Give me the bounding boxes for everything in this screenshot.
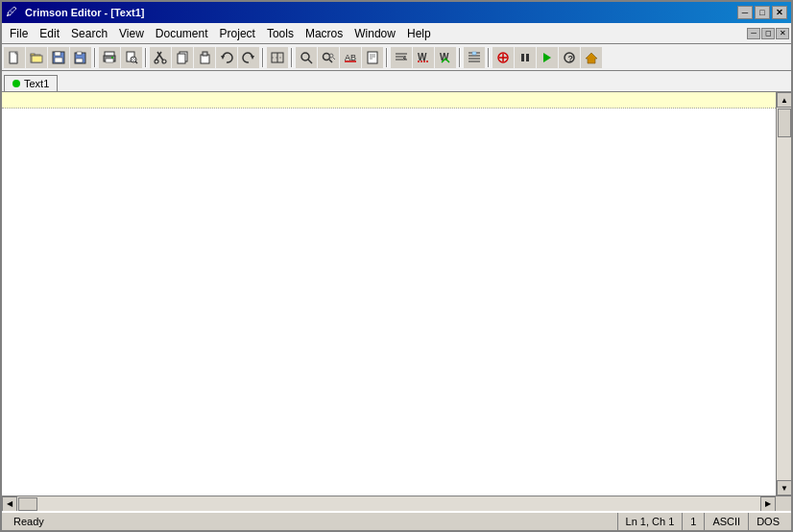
status-line-text: Ln 1, Ch 1 — [626, 516, 675, 527]
toolbar-sep-3 — [262, 48, 264, 67]
content-wrapper: ▲ ▼ — [2, 92, 791, 496]
svg-text:?: ? — [568, 54, 574, 63]
svg-marker-65 — [586, 53, 597, 63]
svg-rect-8 — [55, 58, 62, 62]
menu-macros[interactable]: Macros — [300, 25, 348, 42]
svg-marker-62 — [543, 53, 551, 62]
main-window: 🖊 Crimson Editor - [Text1] ─ □ ✕ File Ed… — [0, 0, 793, 532]
highlighted-line — [2, 92, 776, 109]
toolbar-undo-btn[interactable] — [216, 47, 237, 68]
svg-rect-5 — [32, 56, 42, 62]
toolbar-redo-btn[interactable] — [238, 47, 259, 68]
toolbar-findall-btn[interactable] — [318, 47, 339, 68]
toolbar-spellcheck-btn[interactable]: W — [413, 47, 434, 68]
menu-search[interactable]: Search — [65, 25, 113, 42]
toolbar-column-btn[interactable] — [267, 47, 288, 68]
menu-document[interactable]: Document — [150, 25, 214, 42]
toolbar-sep-1 — [94, 48, 96, 67]
toolbar-paste-btn[interactable] — [194, 47, 215, 68]
inner-close-button[interactable]: ✕ — [776, 28, 789, 39]
toolbar-wordwrap-btn[interactable] — [391, 47, 412, 68]
title-bar: 🖊 Crimson Editor - [Text1] ─ □ ✕ — [2, 2, 791, 23]
toolbar-new-btn[interactable] — [4, 47, 25, 68]
scrollbar-v-track[interactable] — [777, 108, 791, 480]
tab-dot — [12, 80, 20, 87]
menu-tools[interactable]: Tools — [261, 25, 300, 42]
menu-bar: File Edit Search View Document Project T… — [2, 23, 791, 44]
title-controls: ─ □ ✕ — [737, 6, 787, 19]
size-grip — [776, 496, 791, 512]
menu-help[interactable]: Help — [401, 25, 437, 42]
toolbar-sep-5 — [386, 48, 388, 67]
toolbar-bookmark-btn[interactable] — [493, 47, 514, 68]
toolbar-printpreview-btn[interactable] — [121, 47, 142, 68]
menu-file[interactable]: File — [4, 25, 34, 42]
toolbar-sep-6 — [459, 48, 461, 67]
minimize-button[interactable]: ─ — [737, 6, 753, 19]
toolbar-print-btn[interactable] — [99, 47, 120, 68]
svg-rect-42 — [368, 52, 377, 63]
scrollbar-h-thumb[interactable] — [18, 497, 37, 511]
svg-point-15 — [111, 57, 113, 59]
toolbar-find-btn[interactable] — [296, 47, 317, 68]
toolbar-spellcheck2-btn[interactable]: W — [435, 47, 456, 68]
toolbar-saveall-btn[interactable] — [70, 47, 91, 68]
scrollbar-v-thumb[interactable] — [778, 109, 791, 137]
status-num: 1 — [683, 513, 705, 530]
status-encoding-text: ASCII — [712, 516, 740, 527]
scrollbar-right-btn[interactable]: ▶ — [760, 496, 776, 512]
svg-rect-56 — [472, 52, 476, 55]
svg-marker-30 — [251, 56, 254, 60]
toolbar-save-btn[interactable] — [48, 47, 69, 68]
tab-text1[interactable]: Text1 — [4, 75, 58, 91]
svg-marker-29 — [221, 56, 225, 60]
app-icon: 🖊 — [6, 5, 21, 20]
status-encoding: ASCII — [705, 513, 749, 530]
maximize-button[interactable]: □ — [755, 6, 770, 19]
toolbar-copy-btn[interactable] — [172, 47, 193, 68]
status-ready: Ready — [6, 513, 618, 530]
toolbar-sep-2 — [145, 48, 147, 67]
close-button[interactable]: ✕ — [772, 6, 787, 19]
toolbar-help-btn[interactable]: ? — [559, 47, 580, 68]
svg-rect-10 — [76, 59, 83, 62]
toolbar-list-btn[interactable] — [464, 47, 485, 68]
status-line: Ln 1, Ch 1 — [618, 513, 684, 530]
svg-line-37 — [329, 60, 332, 62]
toolbar-sep-7 — [488, 48, 490, 67]
inner-minimize-button[interactable]: ─ — [747, 28, 760, 39]
scrollbar-horizontal: ◀ ▶ — [2, 496, 776, 511]
inner-restore-button[interactable]: ◻ — [761, 28, 775, 39]
scrollbar-left-btn[interactable]: ◀ — [2, 496, 17, 512]
svg-rect-7 — [55, 52, 60, 56]
editor-area[interactable] — [2, 92, 776, 496]
tab-label: Text1 — [24, 78, 49, 89]
svg-rect-28 — [204, 53, 206, 55]
scrollbar-up-btn[interactable]: ▲ — [777, 92, 791, 108]
toolbar-play-btn[interactable] — [537, 47, 558, 68]
toolbar-cut-btn[interactable] — [150, 47, 171, 68]
menu-edit[interactable]: Edit — [34, 25, 65, 42]
toolbar-pause-btn[interactable] — [515, 47, 536, 68]
svg-rect-11 — [77, 52, 82, 55]
toolbar-gotomark-btn[interactable] — [362, 47, 383, 68]
status-line-ending: DOS — [749, 513, 787, 530]
status-line-ending-text: DOS — [757, 516, 780, 527]
svg-point-36 — [324, 53, 330, 60]
toolbar-home-btn[interactable] — [581, 47, 602, 68]
scrollbar-h-track[interactable] — [17, 496, 760, 511]
svg-rect-25 — [178, 54, 185, 63]
scrollbar-down-btn[interactable]: ▼ — [777, 480, 791, 496]
menu-window[interactable]: Window — [348, 25, 401, 42]
tab-bar: Text1 — [2, 71, 791, 92]
bottom-scrollbar-bar: ◀ ▶ — [2, 496, 791, 511]
title-bar-text: Crimson Editor - [Text1] — [25, 7, 733, 18]
menu-view[interactable]: View — [113, 25, 150, 42]
toolbar-replace-btn[interactable]: AB — [340, 47, 361, 68]
svg-line-18 — [135, 61, 137, 63]
svg-point-22 — [155, 60, 158, 63]
scrollbar-vertical: ▲ ▼ — [776, 92, 791, 496]
menu-project[interactable]: Project — [214, 25, 261, 42]
toolbar-open-btn[interactable] — [26, 47, 47, 68]
svg-rect-60 — [521, 54, 524, 61]
